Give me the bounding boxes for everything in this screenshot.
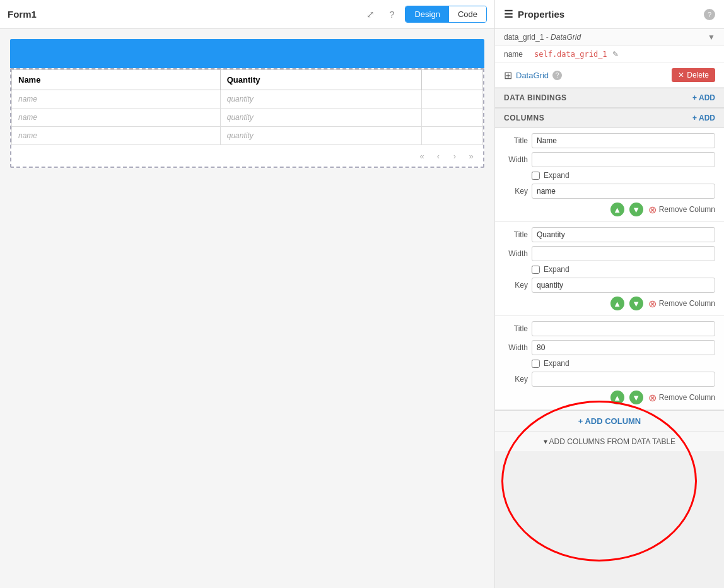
col3-expand-label: Expand: [544, 359, 569, 368]
tab-code[interactable]: Code: [449, 6, 486, 22]
dropdown-arrow-icon[interactable]: ▼: [708, 33, 715, 42]
col2-actions: ▲ ▼ ⊗ Remove Column: [504, 297, 715, 310]
col1-remove-x-icon: ⊗: [648, 204, 657, 216]
col1-actions: ▲ ▼ ⊗ Remove Column: [504, 203, 715, 216]
col3-width-label: Width: [504, 343, 528, 352]
edit-name-icon[interactable]: ✎: [612, 50, 619, 59]
col3-key-label: Key: [504, 375, 528, 384]
add-binding-button[interactable]: + ADD: [692, 93, 715, 102]
col1-move-down-button[interactable]: ▼: [629, 203, 643, 216]
col2-remove-button[interactable]: ⊗ Remove Column: [648, 298, 715, 310]
app-title: Form1: [8, 9, 37, 20]
col1-width-input[interactable]: [532, 152, 715, 167]
add-from-table-button[interactable]: ▾ ADD COLUMNS FROM DATA TABLE: [495, 432, 724, 451]
tab-design[interactable]: Design: [406, 6, 448, 22]
col2-expand-label: Expand: [544, 265, 569, 274]
datagrid-help-icon[interactable]: ?: [552, 71, 562, 80]
col2-title-input[interactable]: [532, 227, 715, 242]
col3-remove-button[interactable]: ⊗ Remove Column: [648, 392, 715, 404]
col3-title-input[interactable]: [532, 321, 715, 336]
prev-page-btn[interactable]: ‹: [431, 149, 445, 163]
cell-extra-3: [422, 127, 483, 145]
col-header-extra: [422, 70, 483, 90]
next-page-btn[interactable]: ›: [448, 149, 462, 163]
col2-key-label: Key: [504, 281, 528, 290]
properties-title-text: Properties: [518, 9, 564, 20]
component-row: data_grid_1 - DataGrid ▼: [495, 29, 724, 46]
table-row: name quantity: [12, 109, 483, 127]
pagination-row: « ‹ › »: [11, 145, 483, 167]
name-row: name self.data_grid_1 ✎: [495, 46, 724, 63]
col2-remove-x-icon: ⊗: [648, 298, 657, 310]
col2-expand-checkbox[interactable]: [532, 266, 540, 274]
column-block-1: Title Width Expand Key ▲ ▼ ⊗ Remove Col: [495, 128, 724, 222]
table-row: name quantity: [12, 90, 483, 109]
datagrid-type-row: ⊞ DataGrid ? ✕ Delete: [495, 63, 724, 88]
col1-remove-button[interactable]: ⊗ Remove Column: [648, 204, 715, 216]
name-field-label: name: [504, 50, 529, 59]
cell-extra-2: [422, 109, 483, 127]
col2-remove-label: Remove Column: [659, 299, 715, 308]
first-page-btn[interactable]: «: [415, 149, 429, 163]
col1-title-input[interactable]: [532, 133, 715, 148]
cell-qty-3: quantity: [220, 127, 421, 145]
col2-move-down-button[interactable]: ▼: [629, 297, 643, 310]
name-field-value: self.data_grid_1: [534, 50, 607, 59]
col1-remove-label: Remove Column: [659, 205, 715, 214]
column-block-2: Title Width Expand Key ▲ ▼ ⊗ Remove Col: [495, 222, 724, 316]
col3-title-label: Title: [504, 324, 528, 333]
col3-move-up-button[interactable]: ▲: [610, 391, 624, 404]
col3-move-down-button[interactable]: ▼: [629, 391, 643, 404]
datagrid-grid-icon: ⊞: [504, 69, 512, 81]
col1-expand-checkbox[interactable]: [532, 172, 540, 180]
help-icon-right[interactable]: ?: [704, 9, 715, 20]
col2-key-input[interactable]: [532, 278, 715, 293]
col3-expand-checkbox[interactable]: [532, 360, 540, 368]
add-column-section-button[interactable]: + ADD: [692, 114, 715, 122]
columns-label: COLUMNS: [504, 114, 544, 122]
cell-extra-1: [422, 90, 483, 109]
col2-width-label: Width: [504, 249, 528, 258]
cell-name-3: name: [12, 127, 221, 145]
col1-move-up-button[interactable]: ▲: [610, 203, 624, 216]
col3-remove-label: Remove Column: [659, 393, 715, 402]
col3-key-input[interactable]: [532, 372, 715, 387]
datagrid-link[interactable]: DataGrid: [516, 71, 549, 80]
delete-button[interactable]: ✕ Delete: [672, 68, 715, 82]
col-header-quantity: Quantity: [220, 70, 421, 90]
component-id: data_grid_1: [504, 33, 544, 42]
properties-panel: ☰ Properties ? data_grid_1 - DataGrid ▼ …: [495, 0, 724, 451]
data-bindings-label: DATA BINDINGS: [504, 93, 567, 102]
cell-name-2: name: [12, 109, 221, 127]
col3-remove-x-icon: ⊗: [648, 392, 657, 404]
last-page-btn[interactable]: »: [464, 149, 478, 163]
help-icon-left[interactable]: ?: [383, 6, 400, 23]
col2-move-up-button[interactable]: ▲: [610, 297, 624, 310]
cell-qty-1: quantity: [220, 90, 421, 109]
add-column-button[interactable]: + ADD COLUMN: [495, 410, 724, 432]
canvas-header-bar: [10, 39, 484, 68]
delete-x-icon: ✕: [678, 71, 684, 79]
col-header-name: Name: [12, 70, 221, 90]
delete-label: Delete: [687, 71, 709, 79]
cell-qty-2: quantity: [220, 109, 421, 127]
col3-actions: ▲ ▼ ⊗ Remove Column: [504, 391, 715, 404]
datagrid-container[interactable]: Name Quantity name quantity name quantit…: [10, 68, 484, 168]
datagrid-table: Name Quantity name quantity name quantit…: [11, 69, 483, 145]
col3-width-input[interactable]: [532, 340, 715, 355]
col1-key-input[interactable]: [532, 184, 715, 199]
col1-expand-label: Expand: [544, 171, 569, 180]
table-row: name quantity: [12, 127, 483, 145]
properties-icon: ☰: [504, 8, 513, 20]
component-id-text: data_grid_1 - DataGrid: [504, 33, 581, 42]
expand-icon[interactable]: ⤢: [362, 6, 378, 23]
col1-key-label: Key: [504, 187, 528, 196]
column-block-3: Title Width Expand Key ▲ ▼ ⊗ Remove Col: [495, 316, 724, 410]
cell-name-1: name: [12, 90, 221, 109]
col2-title-label: Title: [504, 230, 528, 239]
columns-section: COLUMNS + ADD: [495, 108, 724, 128]
data-bindings-section: DATA BINDINGS + ADD: [495, 88, 724, 108]
col1-width-label: Width: [504, 155, 528, 164]
component-type-label: DataGrid: [551, 33, 581, 42]
col2-width-input[interactable]: [532, 246, 715, 261]
